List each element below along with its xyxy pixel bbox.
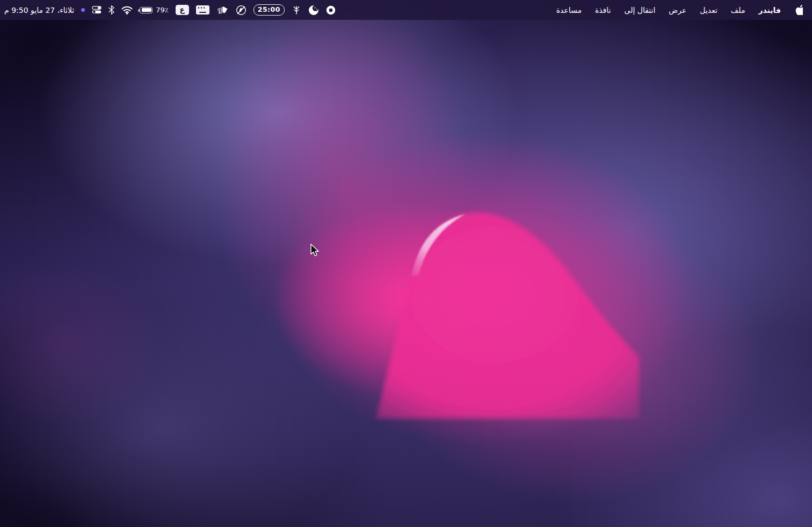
keyboard-dots <box>198 7 205 9</box>
menu-edit[interactable]: تعديل <box>700 0 717 20</box>
clock-date-time[interactable]: ثلاثاء، 27 مايو 9:50 م <box>4 0 74 20</box>
apple-menu[interactable] <box>794 0 803 20</box>
rocket-slash-icon[interactable] <box>236 0 247 20</box>
battery-percent-label: 79٪ <box>156 6 169 14</box>
status-cluster: ثلاثاء، 27 مايو 9:50 م <box>4 0 336 20</box>
bluetooth-icon[interactable] <box>108 0 114 20</box>
battery-fill <box>142 8 151 12</box>
wallpaper-pink-ridge <box>0 0 812 527</box>
mouse-cursor-arrow <box>310 244 321 258</box>
wifi-icon[interactable] <box>121 0 133 20</box>
keyboard-viewer-icon[interactable] <box>196 5 209 14</box>
app-menus-cluster: فايندر ملف تعديل عرض انتقال إلى نافذة مس… <box>556 0 803 20</box>
menu-window[interactable]: نافذة <box>595 0 611 20</box>
keystroke-overlay-icon[interactable] <box>216 0 229 20</box>
record-stop-icon[interactable] <box>326 0 336 20</box>
control-center-icon[interactable] <box>92 0 102 20</box>
pomodoro-timer-pill[interactable]: 25:00 <box>253 4 285 16</box>
battery-body <box>140 7 153 13</box>
battery-icon[interactable]: 79٪ <box>140 0 169 20</box>
status-dot <box>81 8 85 12</box>
keyboard-spacebar <box>199 12 206 13</box>
moon-stars-icon[interactable] <box>308 0 319 20</box>
menu-bar: ثلاثاء، 27 مايو 9:50 م <box>0 0 812 20</box>
menu-go[interactable]: انتقال إلى <box>624 0 655 20</box>
apple-logo-icon <box>794 5 803 15</box>
branch-icon[interactable] <box>292 0 301 20</box>
battery-nub <box>138 9 140 12</box>
menu-finder[interactable]: فايندر <box>758 0 781 20</box>
menu-file[interactable]: ملف <box>731 0 745 20</box>
arabic-input-source-badge[interactable]: ع <box>176 5 189 15</box>
menu-help[interactable]: مساعدة <box>556 0 582 20</box>
menu-view[interactable]: عرض <box>669 0 686 20</box>
